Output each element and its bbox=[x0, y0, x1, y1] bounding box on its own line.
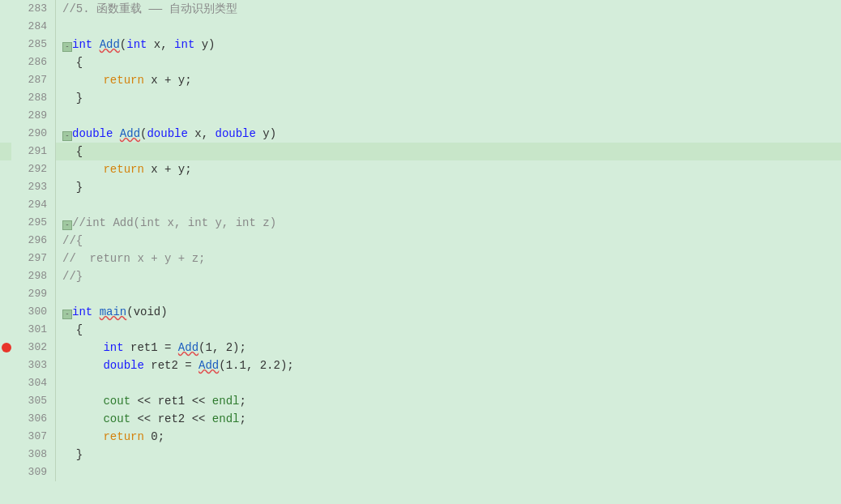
code-line-301: 301 { bbox=[0, 321, 841, 339]
line-num-300: 300 bbox=[11, 303, 56, 321]
line-content-287: return x + y; bbox=[56, 71, 841, 89]
line-num-303: 303 bbox=[11, 357, 56, 374]
fold-290[interactable]: - bbox=[62, 131, 72, 141]
bp-col-300 bbox=[0, 303, 11, 321]
line-content-302: int ret1 = Add(1, 2); bbox=[56, 339, 841, 357]
line-num-299: 299 bbox=[11, 285, 56, 303]
code-line-300: 300 -int main(void) bbox=[0, 303, 841, 321]
line-content-284 bbox=[56, 18, 841, 36]
line-content-291: { bbox=[56, 143, 841, 160]
code-line-299: 299 bbox=[0, 285, 841, 303]
line-num-306: 306 bbox=[11, 410, 56, 428]
line-num-286: 286 bbox=[11, 53, 56, 71]
line-num-288: 288 bbox=[11, 89, 56, 107]
bp-col-303 bbox=[0, 357, 11, 374]
bp-col-284 bbox=[0, 18, 11, 36]
code-line-297: 297 // return x + y + z; bbox=[0, 250, 841, 267]
code-line-292: 292 return x + y; bbox=[0, 160, 841, 178]
code-editor: 283 //5. 函数重载 —— 自动识别类型 284 285 -int Add… bbox=[0, 0, 841, 504]
bp-col-299 bbox=[0, 285, 11, 303]
code-line-289: 289 bbox=[0, 107, 841, 125]
code-line-285: 285 -int Add(int x, int y) bbox=[0, 36, 841, 53]
line-num-287: 287 bbox=[11, 71, 56, 89]
line-content-297: // return x + y + z; bbox=[56, 250, 841, 267]
line-num-298: 298 bbox=[11, 267, 56, 285]
bp-col-306 bbox=[0, 410, 11, 428]
line-num-284: 284 bbox=[11, 18, 56, 36]
code-line-286: 286 { bbox=[0, 53, 841, 71]
line-num-296: 296 bbox=[11, 232, 56, 250]
code-container: 283 //5. 函数重载 —— 自动识别类型 284 285 -int Add… bbox=[0, 0, 841, 481]
code-line-293: 293 } bbox=[0, 178, 841, 196]
code-line-296: 296 //{ bbox=[0, 232, 841, 250]
line-num-308: 308 bbox=[11, 446, 56, 463]
breakpoint-302[interactable] bbox=[2, 343, 11, 352]
fold-300[interactable]: - bbox=[62, 310, 72, 319]
bp-col-302 bbox=[0, 339, 11, 357]
line-num-289: 289 bbox=[11, 107, 56, 125]
bp-col-287 bbox=[0, 71, 11, 89]
bp-col-291 bbox=[0, 143, 11, 160]
bp-col-305 bbox=[0, 392, 11, 410]
code-line-309: 309 bbox=[0, 463, 841, 481]
line-content-295: -//int Add(int x, int y, int z) bbox=[56, 214, 841, 232]
line-content-300: -int main(void) bbox=[56, 303, 841, 321]
bp-col-294 bbox=[0, 196, 11, 214]
line-num-305: 305 bbox=[11, 392, 56, 410]
code-line-302: 302 int ret1 = Add(1, 2); bbox=[0, 339, 841, 357]
code-line-287: 287 return x + y; bbox=[0, 71, 841, 89]
code-line-303: 303 double ret2 = Add(1.1, 2.2); bbox=[0, 357, 841, 374]
code-line-294: 294 bbox=[0, 196, 841, 214]
bp-col-290 bbox=[0, 125, 11, 143]
code-line-304: 304 bbox=[0, 374, 841, 392]
line-content-288: } bbox=[56, 89, 841, 107]
code-line-288: 288 } bbox=[0, 89, 841, 107]
line-num-307: 307 bbox=[11, 428, 56, 446]
line-content-306: cout << ret2 << endl; bbox=[56, 410, 841, 428]
line-content-298: //} bbox=[56, 267, 841, 285]
bp-col-309 bbox=[0, 463, 11, 481]
line-num-283: 283 bbox=[11, 0, 56, 18]
line-content-305: cout << ret1 << endl; bbox=[56, 392, 841, 410]
line-content-294 bbox=[56, 196, 841, 214]
line-content-283: //5. 函数重载 —— 自动识别类型 bbox=[56, 0, 841, 18]
line-num-304: 304 bbox=[11, 374, 56, 392]
code-line-290: 290 -double Add(double x, double y) bbox=[0, 125, 841, 143]
line-content-293: } bbox=[56, 178, 841, 196]
bp-col-304 bbox=[0, 374, 11, 392]
line-content-301: { bbox=[56, 321, 841, 339]
bp-col-307 bbox=[0, 428, 11, 446]
bp-col-285 bbox=[0, 36, 11, 53]
line-num-301: 301 bbox=[11, 321, 56, 339]
line-content-292: return x + y; bbox=[56, 160, 841, 178]
bp-col-308 bbox=[0, 446, 11, 463]
line-content-303: double ret2 = Add(1.1, 2.2); bbox=[56, 357, 841, 374]
code-line-307: 307 return 0; bbox=[0, 428, 841, 446]
bp-col-288 bbox=[0, 89, 11, 107]
line-num-294: 294 bbox=[11, 196, 56, 214]
code-line-284: 284 bbox=[0, 18, 841, 36]
bp-col-297 bbox=[0, 250, 11, 267]
line-num-295: 295 bbox=[11, 214, 56, 232]
line-content-285: -int Add(int x, int y) bbox=[56, 36, 841, 53]
bp-col-286 bbox=[0, 53, 11, 71]
line-num-309: 309 bbox=[11, 463, 56, 481]
line-content-290: -double Add(double x, double y) bbox=[56, 125, 841, 143]
line-content-296: //{ bbox=[56, 232, 841, 250]
line-num-302: 302 bbox=[11, 339, 56, 357]
bp-col-296 bbox=[0, 232, 11, 250]
fold-285[interactable]: - bbox=[62, 42, 72, 52]
line-num-292: 292 bbox=[11, 160, 56, 178]
fold-295[interactable]: - bbox=[62, 220, 72, 230]
bp-col-292 bbox=[0, 160, 11, 178]
bp-col-298 bbox=[0, 267, 11, 285]
code-line-295: 295 -//int Add(int x, int y, int z) bbox=[0, 214, 841, 232]
bp-col-295 bbox=[0, 214, 11, 232]
line-num-297: 297 bbox=[11, 250, 56, 267]
line-content-309 bbox=[56, 463, 841, 481]
line-num-285: 285 bbox=[11, 36, 56, 53]
line-content-286: { bbox=[56, 53, 841, 71]
line-num-293: 293 bbox=[11, 178, 56, 196]
line-content-289 bbox=[56, 107, 841, 125]
code-line-298: 298 //} bbox=[0, 267, 841, 285]
